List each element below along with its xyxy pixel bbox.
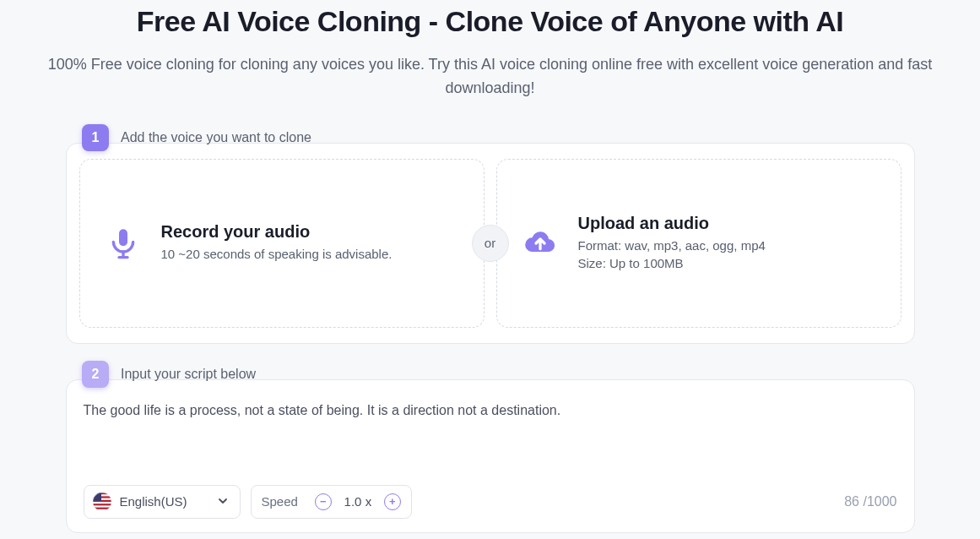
script-input[interactable]: The good life is a process, not a state … bbox=[84, 400, 897, 421]
upload-desc-size: Size: Up to 100MB bbox=[578, 254, 766, 273]
upload-desc-format: Format: wav, mp3, aac, ogg, mp4 bbox=[578, 237, 766, 255]
page-subtitle: 100% Free voice cloning for cloning any … bbox=[35, 53, 946, 101]
upload-title: Upload an audio bbox=[578, 214, 766, 233]
svg-rect-5 bbox=[93, 504, 111, 505]
script-card: The good life is a process, not a state … bbox=[66, 379, 915, 533]
microphone-icon bbox=[106, 226, 141, 261]
record-desc: 10 ~20 seconds of speaking is advisable. bbox=[161, 245, 393, 264]
character-count: 86 /1000 bbox=[844, 494, 896, 509]
record-title: Record your audio bbox=[161, 222, 393, 242]
speed-label: Speed bbox=[262, 494, 298, 509]
page-title: Free AI Voice Cloning - Clone Voice of A… bbox=[0, 5, 980, 38]
svg-rect-0 bbox=[119, 229, 127, 246]
speed-increase-button[interactable]: + bbox=[384, 493, 401, 510]
language-name: English(US) bbox=[120, 494, 209, 509]
upload-audio-button[interactable]: Upload an audio Format: wav, mp3, aac, o… bbox=[496, 159, 901, 328]
step2-badge: 2 bbox=[82, 361, 109, 388]
speed-decrease-button[interactable]: − bbox=[315, 493, 332, 510]
step1-label: Add the voice you want to clone bbox=[121, 130, 311, 145]
us-flag-icon bbox=[93, 493, 111, 511]
record-audio-button[interactable]: Record your audio 10 ~20 seconds of spea… bbox=[79, 159, 485, 328]
step2-header: 2 Input your script below bbox=[82, 361, 980, 388]
step2-label: Input your script below bbox=[121, 367, 256, 382]
voice-input-card: Record your audio 10 ~20 seconds of spea… bbox=[66, 143, 915, 344]
cloud-upload-icon bbox=[522, 226, 558, 261]
or-divider: or bbox=[472, 225, 509, 262]
step1-header: 1 Add the voice you want to clone bbox=[82, 124, 980, 151]
speed-control: Speed − 1.0 x + bbox=[251, 485, 412, 519]
speed-value: 1.0 x bbox=[344, 494, 372, 509]
script-controls: English(US) Speed − 1.0 x + 86 /1000 bbox=[84, 485, 897, 519]
svg-rect-2 bbox=[93, 493, 111, 494]
chevron-down-icon bbox=[218, 494, 228, 509]
language-select[interactable]: English(US) bbox=[84, 485, 241, 519]
step1-badge: 1 bbox=[82, 124, 109, 151]
